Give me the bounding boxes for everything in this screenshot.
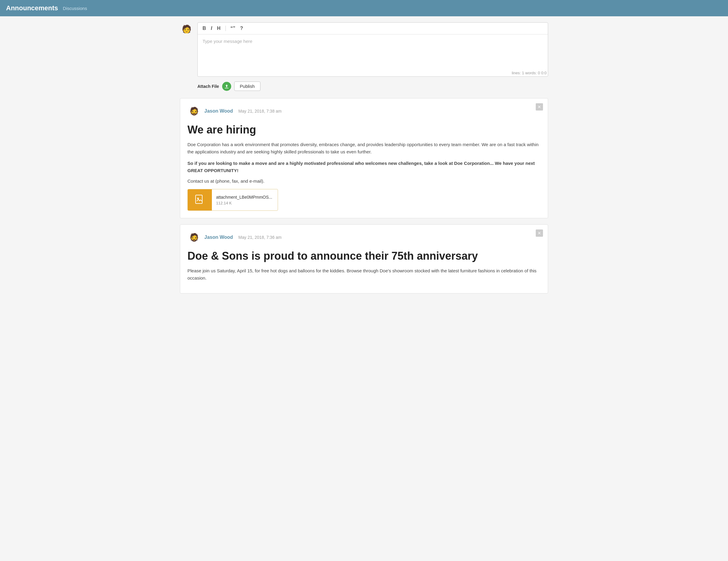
- post-avatar-2: 🧔: [187, 231, 201, 244]
- attachment-size: 112.14 K: [216, 201, 272, 205]
- post-avatar: 🧔: [187, 104, 201, 118]
- svg-rect-0: [225, 88, 228, 88]
- toolbar-divider: [225, 26, 226, 31]
- page-subtitle: Discussions: [63, 6, 87, 11]
- post-title: We are hiring: [187, 123, 541, 136]
- post-author: Jason Wood: [204, 108, 233, 114]
- post-contact: Contact us at (phone, fax, and e-mail).: [187, 178, 541, 183]
- attachment[interactable]: attachment_LBe0MPmmOS... 112.14 K: [187, 189, 278, 211]
- editor-placeholder: Type your message here: [203, 39, 252, 44]
- post-author-2: Jason Wood: [204, 234, 233, 240]
- attach-label: Attach File: [197, 84, 219, 89]
- post-body-3: Please join us Saturday, April 15, for f…: [187, 267, 541, 282]
- bold-button[interactable]: B: [201, 25, 207, 32]
- close-post-button-2[interactable]: ✕: [536, 229, 543, 237]
- compose-area: 🧑 B I H “” ? Type your message here line…: [180, 22, 548, 77]
- post-header-2: 🧔 Jason Wood May 21, 2018, 7:36 am: [187, 231, 541, 244]
- post-card: 🧔 Jason Wood May 21, 2018, 7:38 am ✕ We …: [180, 98, 548, 218]
- attachment-name: attachment_LBe0MPmmOS...: [216, 195, 272, 199]
- compose-avatar: 🧑: [180, 22, 193, 36]
- editor-toolbar: B I H “” ?: [198, 23, 548, 34]
- message-input[interactable]: Type your message here: [198, 34, 548, 71]
- file-image-icon: [194, 194, 205, 205]
- post-header: 🧔 Jason Wood May 21, 2018, 7:38 am: [187, 104, 541, 118]
- attachment-icon: [188, 189, 212, 210]
- action-row: Attach File Publish: [197, 81, 548, 91]
- svg-rect-1: [196, 195, 202, 203]
- post-card-2: 🧔 Jason Wood May 21, 2018, 7:36 am ✕ Doe…: [180, 224, 548, 294]
- page-header: Announcements Discussions: [0, 0, 728, 16]
- upload-icon: [224, 84, 229, 89]
- quote-button[interactable]: “”: [229, 25, 237, 32]
- post-body-2: So if you are looking to make a move and…: [187, 160, 541, 174]
- main-content: 🧑 B I H “” ? Type your message here line…: [174, 16, 554, 306]
- page-title: Announcements: [6, 4, 58, 12]
- svg-point-2: [197, 198, 199, 199]
- attachment-info: attachment_LBe0MPmmOS... 112.14 K: [212, 192, 276, 208]
- post-date: May 21, 2018, 7:38 am: [238, 109, 282, 113]
- post-title-2: Doe & Sons is proud to announce their 75…: [187, 249, 541, 262]
- editor-box: B I H “” ? Type your message here lines:…: [197, 22, 548, 77]
- publish-button[interactable]: Publish: [234, 81, 260, 91]
- heading-button[interactable]: H: [216, 25, 222, 32]
- close-post-button[interactable]: ✕: [536, 103, 543, 110]
- help-button[interactable]: ?: [239, 25, 244, 32]
- post-body-1: Doe Corporation has a work environment t…: [187, 141, 541, 155]
- upload-button[interactable]: [222, 82, 231, 91]
- post-date-2: May 21, 2018, 7:36 am: [238, 235, 282, 240]
- italic-button[interactable]: I: [210, 25, 213, 32]
- word-count: lines: 1 words: 0 0:0: [198, 71, 548, 76]
